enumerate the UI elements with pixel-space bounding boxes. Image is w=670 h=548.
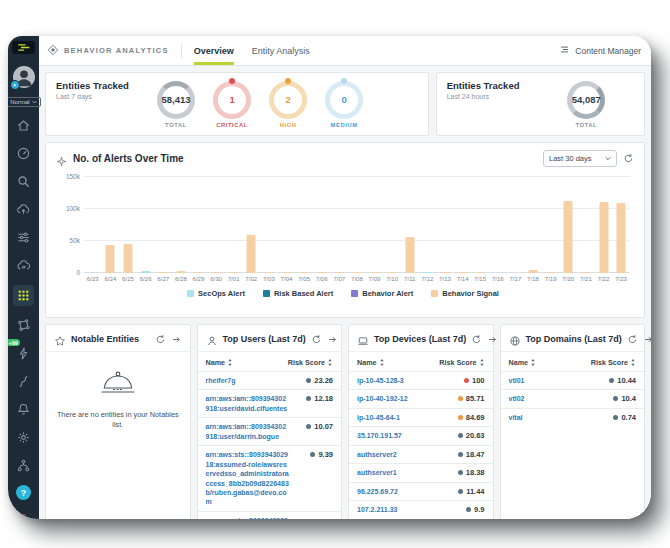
open-panel-arrow[interactable] <box>171 334 182 345</box>
sort-icon[interactable] <box>327 358 333 367</box>
entity-link[interactable]: authserver1 <box>357 468 441 477</box>
sort-icon[interactable] <box>479 358 485 367</box>
entity-link[interactable]: ip-10-45-128-3 <box>357 376 441 385</box>
sidebar-nav: +99? <box>8 117 39 519</box>
entity-link[interactable]: vital <box>509 413 593 422</box>
tab-entity-analysis[interactable]: Entity Analysis <box>252 36 310 65</box>
entity-link[interactable]: arn:aws:sts::809394302918:assumed-role/a… <box>206 450 290 507</box>
panel-title: Top Devices (Last 7d) <box>374 334 466 344</box>
entity-link[interactable]: vtl01 <box>509 376 593 385</box>
refresh-button[interactable] <box>311 334 322 345</box>
help-icon[interactable]: ? <box>16 485 31 500</box>
branch-icon[interactable] <box>15 457 32 474</box>
refresh-button[interactable] <box>155 334 166 345</box>
open-panel-arrow[interactable] <box>487 334 498 345</box>
entity-link[interactable]: 35.170.191.57 <box>357 431 441 440</box>
devo-logo-icon[interactable] <box>12 41 35 54</box>
chart-bar[interactable] <box>229 272 238 274</box>
mode-selector[interactable]: Normal <box>8 97 41 107</box>
chart-bar[interactable] <box>529 270 538 273</box>
risk-dot <box>458 470 463 475</box>
sort-icon[interactable] <box>379 358 385 367</box>
avatar[interactable]: ✦ <box>13 66 35 88</box>
chart-bar[interactable] <box>124 244 133 273</box>
chart-bar[interactable] <box>247 235 256 273</box>
chart-bar[interactable] <box>458 272 467 274</box>
metric-ring: 0 <box>325 81 363 119</box>
chart-bar[interactable] <box>617 203 626 273</box>
chart-bar[interactable] <box>405 237 414 273</box>
cloud-upload-icon[interactable] <box>15 201 32 218</box>
entity-link[interactable]: ip-10-45-64-1 <box>357 413 441 422</box>
chart-bar[interactable] <box>423 272 432 274</box>
entity-link[interactable]: authserver2 <box>357 450 441 459</box>
settings-gear-icon[interactable] <box>15 429 32 446</box>
risk-dot <box>310 452 315 457</box>
chart-bar[interactable] <box>159 272 168 274</box>
risk-score: 11.44 <box>441 487 485 496</box>
chart-bar[interactable] <box>176 271 185 273</box>
chart-bar[interactable] <box>476 272 485 274</box>
legend-item[interactable]: SecOps Alert <box>187 289 245 298</box>
tab-overview[interactable]: Overview <box>194 36 234 65</box>
chart-bar[interactable] <box>317 272 326 274</box>
chart-bar[interactable] <box>141 271 150 273</box>
notifications-bell-icon[interactable] <box>15 401 32 418</box>
refresh-button[interactable] <box>471 334 482 345</box>
lasso-select-icon[interactable] <box>15 317 32 334</box>
chart-bar[interactable] <box>106 245 115 273</box>
legend-item[interactable]: Behavior Signal <box>431 289 499 298</box>
list-icon <box>559 44 570 57</box>
entity-link[interactable]: arn:aws:iam::809394302918:user/david.cif… <box>206 394 290 413</box>
chart-bar[interactable] <box>564 201 573 273</box>
entity-link[interactable]: 107.2.211.33 <box>357 505 441 514</box>
sort-icon[interactable] <box>227 358 233 367</box>
chart-bar[interactable] <box>599 202 608 273</box>
open-panel-arrow[interactable] <box>327 334 338 345</box>
exit-icon[interactable] <box>15 511 32 519</box>
chart-bar[interactable] <box>335 272 344 274</box>
chart-bar[interactable] <box>581 272 590 274</box>
chart-bar[interactable] <box>546 272 555 274</box>
chart-bar[interactable] <box>194 272 203 274</box>
metric-total: 58,413TOTAL <box>157 81 195 128</box>
refresh-button[interactable] <box>627 334 638 345</box>
entity-link[interactable]: ip-10-40-192-12 <box>357 394 441 403</box>
sort-icon[interactable] <box>630 358 636 367</box>
dashboard-gauge-icon[interactable] <box>15 145 32 162</box>
flows-icon[interactable] <box>15 373 32 390</box>
entity-link[interactable]: 96.225.69.72 <box>357 487 441 496</box>
legend-item[interactable]: Risk Based Alert <box>263 289 333 298</box>
open-panel-arrow[interactable] <box>643 334 651 345</box>
behavior-grid-icon[interactable] <box>13 285 34 306</box>
risk-score: 18.47 <box>441 450 485 459</box>
entity-link[interactable]: rheifer7g <box>206 376 290 385</box>
app-topbar: BEHAVIOR ANALYTICS Overview Entity Analy… <box>39 36 651 66</box>
empty-message: There are no entities in your Notables l… <box>56 410 180 430</box>
search-icon[interactable] <box>15 173 32 190</box>
flash-icon[interactable]: +99 <box>15 345 32 362</box>
chart-bar[interactable] <box>212 272 221 274</box>
refresh-button[interactable] <box>623 153 634 164</box>
chart-bar[interactable] <box>353 272 362 274</box>
home-icon[interactable] <box>15 117 32 134</box>
x-axis-tick: 7/14 <box>454 275 472 282</box>
chart-bar[interactable] <box>300 272 309 274</box>
chart-bar[interactable] <box>388 272 397 274</box>
chart-bar[interactable] <box>282 272 291 274</box>
date-range-select[interactable]: Last 30 days <box>543 150 617 167</box>
chart-bar[interactable] <box>441 272 450 274</box>
content-manager-button[interactable]: Content Manager <box>559 36 641 65</box>
sort-icon[interactable] <box>530 358 536 367</box>
x-axis-tick: 7/22 <box>595 275 613 282</box>
chart-bar[interactable] <box>264 272 273 274</box>
risk-score: 10.07 <box>289 422 333 431</box>
filters-icon[interactable] <box>15 229 32 246</box>
legend-item[interactable]: Behavior Alert <box>351 289 413 298</box>
entity-link[interactable]: vtl02 <box>509 394 593 403</box>
alerts-cloud-icon[interactable] <box>15 257 32 274</box>
entity-link[interactable]: arn:aws:iam::809394302918:user/darrin.bo… <box>206 422 290 441</box>
entity-link[interactable]: arn:aws:sts::809394302918:assumed- <box>206 516 290 519</box>
chart-bar[interactable] <box>370 272 379 274</box>
y-axis-tick: 100k <box>56 205 80 212</box>
